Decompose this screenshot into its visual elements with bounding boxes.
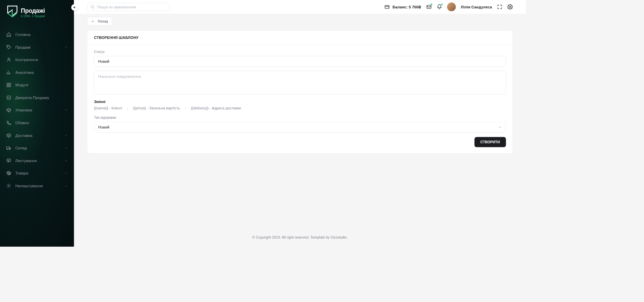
back-button[interactable]: Назад [87,17,112,26]
sidebar-item-truck[interactable]: Склад [0,142,74,154]
svg-point-7 [7,149,8,149]
chevron-down-icon [64,45,68,49]
sidebar-item-cube[interactable]: Доставка [0,129,74,142]
sidebar-item-label: Головна [15,32,68,37]
chevron-down-icon [64,134,68,137]
home-icon [6,32,11,37]
send-type-value: Новий [94,122,506,133]
main-area: Баланс: 5 700₴ Лілія Сандулеса Назад СТВ… [74,0,526,247]
cube-icon [6,133,11,138]
chat-icon [6,158,11,163]
footer: © Copyright 2019. All right reserved. Te… [74,228,526,247]
sidebar-item-label: Продажі [15,45,64,49]
package-icon [6,170,11,176]
fullscreen-icon [497,4,502,9]
arrow-left-icon [91,19,95,23]
variable-item: {{delivery}} - Адреса доставки [191,106,246,110]
user-icon [6,57,11,62]
sidebar-item-store[interactable]: Джерела Продажу [0,91,74,104]
svg-rect-2 [7,83,8,85]
sidebar-item-grid[interactable]: Модулі [0,79,74,91]
sidebar-item-gear[interactable]: Налаштування [0,180,74,192]
variable-item: {{price}} - Загальна вартість [133,106,185,110]
username: Лілія Сандулеса [461,5,492,9]
svg-point-12 [8,185,9,187]
balance-label: Баланс: 5 700₴ [392,5,421,9]
sidebar-item-box[interactable]: Упаковка [0,104,74,117]
status-input[interactable] [94,56,506,67]
sidebar-item-home[interactable]: Головна [0,28,74,41]
store-icon [6,95,11,100]
variable-separator: | [185,106,191,110]
svg-rect-6 [6,147,9,149]
sidebar-item-label: Модулі [15,83,68,87]
fullscreen-button[interactable] [497,4,502,9]
notification-dot [430,3,433,6]
notification-dot [441,3,443,6]
settings-button[interactable] [507,4,513,9]
gear-icon [6,183,11,189]
phone-icon [6,120,11,125]
chevron-down-icon [64,146,68,150]
variables-title: Змінні [94,100,506,104]
sidebar-item-user[interactable]: Контрагенти [0,53,74,66]
notifications-button[interactable] [437,4,442,9]
sidebar-item-tag[interactable]: Продажі [0,41,74,54]
wallet-icon [384,4,390,9]
svg-point-0 [8,46,8,47]
sidebar-item-label: Доставка [15,133,64,138]
grid-icon [6,82,11,88]
sidebar-item-label: Упаковка [15,108,64,112]
topbar: Баланс: 5 700₴ Лілія Сандулеса [74,0,526,14]
sidebar-item-phone[interactable]: Обзвон [0,116,74,129]
sidebar-item-chart[interactable]: Аналітика [0,66,74,79]
content: Назад СТВОРЕННЯ ШАБЛОНУ Статус Змінні {{… [74,14,526,228]
sidebar-item-chat[interactable]: Листування [0,154,74,167]
create-template-card: СТВОРЕННЯ ШАБЛОНУ Статус Змінні {{name}}… [87,31,513,154]
box-icon [6,107,11,113]
sidebar-collapse-button[interactable] [71,4,78,11]
sidebar-item-label: Склад [15,146,64,150]
back-label: Назад [98,19,108,23]
messages-button[interactable] [426,4,432,9]
create-button[interactable]: СТВОРИТИ [474,137,506,147]
truck-icon [6,145,11,151]
svg-rect-15 [427,5,431,9]
logo-subtitle: Є CRM - є Продажі [21,14,45,17]
variable-item: {{name}} - Клієнт [94,106,127,110]
card-title: СТВОРЕННЯ ШАБЛОНУ [88,31,513,45]
sidebar-item-label: Обзвон [15,120,68,125]
svg-rect-5 [9,85,10,87]
sidebar-item-label: Контрагенти [15,58,68,62]
gear-icon [507,4,513,9]
sidebar: Продажі Є CRM - є Продажі ГоловнаПродажі… [0,0,74,247]
send-type-select[interactable]: Новий [94,122,506,133]
svg-point-1 [8,58,10,60]
sidebar-item-label: Аналітика [15,70,68,74]
chevron-down-icon [64,171,68,175]
variable-separator: | [127,106,133,110]
nav-list: ГоловнаПродажіКонтрагентиАналітикаМодулі… [0,28,74,192]
search-input[interactable] [87,3,170,11]
avatar[interactable] [447,2,456,11]
svg-point-13 [91,5,94,8]
logo: Продажі Є CRM - є Продажі [0,5,74,28]
sidebar-item-label: Налаштування [15,184,64,188]
sidebar-item-package[interactable]: Товари [0,167,74,180]
chevron-down-icon [64,184,68,188]
sidebar-item-label: Листування [15,158,64,163]
message-textarea[interactable] [94,71,506,94]
chart-icon [6,69,11,75]
status-label: Статус [94,50,506,54]
svg-rect-4 [7,85,8,87]
svg-rect-3 [9,83,10,85]
search-wrap [87,3,170,11]
tag-icon [6,44,11,50]
search-icon [90,5,95,9]
variables-row: {{name}} - Клієнт | {{price}} - Загальна… [94,106,506,110]
svg-point-8 [9,149,10,149]
sidebar-item-label: Товари [15,171,64,175]
sidebar-item-label: Джерела Продажу [15,95,68,100]
logo-title: Продажі [21,7,45,14]
svg-point-16 [509,6,511,7]
